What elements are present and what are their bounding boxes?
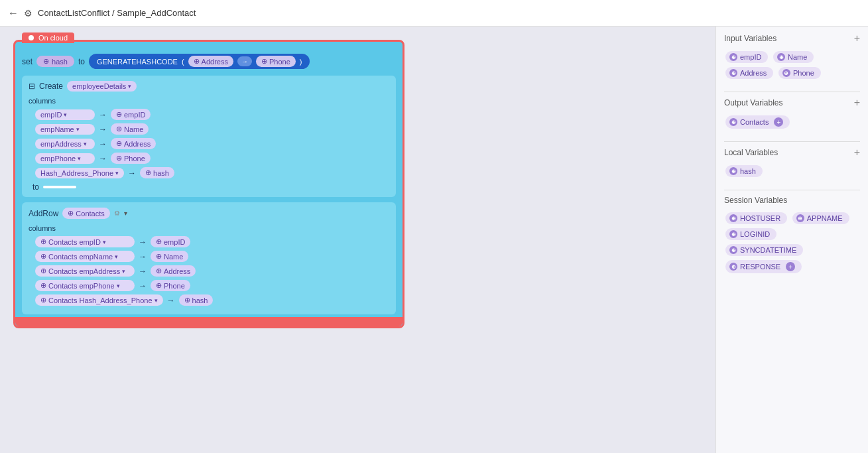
var-chip-appname-label: APPNAME	[807, 214, 843, 222]
create-val-chip-1[interactable]: ⊕ Name	[111, 123, 149, 135]
addrow-col-chip-1[interactable]: ⊕ Contacts empName ▾	[35, 251, 135, 262]
addrow-col-chip-2[interactable]: ⊕ Contacts empAddress ▾	[35, 265, 135, 277]
addrow-row-3: ⊕ Contacts empPhone ▾ → ⊕ Phone	[29, 280, 389, 291]
create-col-label-2: empAddress	[40, 140, 82, 148]
var-chip-address[interactable]: ⊕ Address	[725, 67, 773, 79]
var-chip-empid[interactable]: ⊕ empID	[725, 51, 768, 63]
phone-icon: ⊕	[261, 57, 267, 66]
addrow-col-icon-4: ⊕	[40, 296, 46, 304]
var-chip-contacts[interactable]: ⊕ Contacts +	[725, 115, 790, 129]
arrow-chip: →	[237, 56, 252, 66]
create-val-chip-0[interactable]: ⊕ empID	[111, 109, 151, 120]
gear-icon[interactable]: ⚙	[24, 8, 32, 19]
var-chip-hash[interactable]: ⊕ hash	[725, 165, 763, 177]
var-chip-response-plus[interactable]: +	[786, 262, 795, 271]
val-icon-0: ⊕	[116, 110, 122, 119]
create-block: ⊟ Create employeeDetails ▾ columns empID…	[22, 76, 396, 197]
addrow-arrow-4: →	[167, 296, 175, 305]
output-variables-section: Output Variables + ⊕ Contacts +	[724, 97, 860, 131]
addrow-val-chip-2[interactable]: ⊕ Address	[151, 265, 196, 277]
create-col-chip-0[interactable]: empID ▾	[35, 109, 95, 120]
addrow-val-chip-1[interactable]: ⊕ Name	[151, 251, 188, 262]
arrow-3: →	[99, 154, 107, 163]
hash-chip[interactable]: ⊕ hash	[36, 56, 74, 67]
set-label: set	[22, 57, 32, 66]
create-col-label-3: empPhone	[40, 155, 76, 162]
addrow-arrow-2: →	[139, 267, 147, 276]
var-chip-response-label: RESPONSE	[740, 263, 780, 271]
create-col-chip-3[interactable]: empPhone ▾	[35, 153, 95, 164]
input-variables-add-button[interactable]: +	[854, 33, 860, 44]
phone-param-label: Phone	[269, 58, 290, 66]
local-variables-title: Local Variables	[724, 148, 778, 157]
to-label-2: to	[32, 182, 39, 192]
create-val-chip-2[interactable]: ⊕ Address	[111, 138, 156, 149]
val-icon-3: ⊕	[116, 154, 122, 162]
addrow-val-icon-0: ⊕	[156, 237, 162, 246]
var-chip-contacts-plus[interactable]: +	[774, 117, 783, 127]
addrow-val-chip-0[interactable]: ⊕ empID	[151, 236, 190, 247]
session-variables-title: Session Variables	[724, 196, 787, 205]
addrow-val-label-3: Phone	[164, 282, 185, 290]
addrow-col-label-0: Contacts empID	[48, 238, 101, 246]
session-variables-list: ⊕ HOSTUSER ⊕ APPNAME ⊕ LOGINID ⊕ SYNCDAT…	[724, 210, 860, 275]
var-chip-appname[interactable]: ⊕ APPNAME	[792, 212, 849, 224]
arrow-4: →	[128, 168, 136, 178]
create-row-1: empName ▾ → ⊕ Name	[29, 123, 389, 135]
addrow-col-chip-4[interactable]: ⊕ Contacts Hash_Address_Phone ▾	[35, 294, 163, 306]
create-val-chip-3[interactable]: ⊕ Phone	[111, 153, 151, 164]
output-variables-header: Output Variables +	[724, 97, 860, 108]
paren-close: )	[300, 58, 302, 66]
var-chip-loginid[interactable]: ⊕ LOGINID	[725, 228, 776, 240]
right-panel: Input Variables + ⊕ empID ⊕ Name ⊕ Addre…	[715, 27, 868, 453]
addrow-arrow-0: →	[139, 237, 147, 247]
var-chip-hostuser-icon: ⊕	[729, 214, 737, 222]
addrow-val-icon-3: ⊕	[156, 281, 162, 290]
divider-2	[724, 141, 860, 142]
var-chip-appname-icon: ⊕	[796, 214, 804, 222]
create-val-chip-4[interactable]: ⊕ hash	[140, 167, 174, 178]
var-chip-syncdatetime[interactable]: ⊕ SYNCDATETIME	[725, 244, 803, 256]
output-variables-add-button[interactable]: +	[854, 97, 860, 108]
addrow-col-chip-0[interactable]: ⊕ Contacts empID ▾	[35, 236, 135, 247]
create-col-chip-2[interactable]: empAddress ▾	[35, 139, 95, 149]
addrow-val-chip-4[interactable]: ⊕ hash	[179, 294, 214, 306]
addrow-col-chip-3[interactable]: ⊕ Contacts empPhone ▾	[35, 280, 135, 291]
to-box[interactable]	[43, 186, 76, 188]
emp-details-chip[interactable]: employeeDetails ▾	[67, 81, 137, 92]
var-chip-hostuser-label: HOSTUSER	[740, 214, 780, 222]
var-chip-contacts-label: Contacts	[740, 118, 769, 126]
contacts-chip-icon: ⊕	[68, 209, 74, 218]
to-label: to	[78, 57, 85, 66]
addrow-val-label-0: empID	[164, 238, 185, 246]
addrow-val-chip-3[interactable]: ⊕ Phone	[151, 280, 190, 291]
var-chip-contacts-icon: ⊕	[729, 118, 737, 126]
contacts-chip[interactable]: ⊕ Contacts	[62, 208, 109, 219]
create-val-label-0: empID	[124, 111, 145, 119]
back-button[interactable]: ←	[8, 7, 19, 19]
output-variables-list: ⊕ Contacts +	[724, 113, 860, 131]
addrow-col-icon-2: ⊕	[40, 267, 46, 275]
topbar: ← ⚙ ContactListConflict / Sample_AddCont…	[0, 0, 868, 27]
var-chip-name-label: Name	[788, 53, 807, 61]
contacts-gear-icon[interactable]: ⚙	[114, 210, 120, 217]
create-val-label-3: Phone	[124, 155, 145, 162]
var-chip-address-label: Address	[740, 69, 767, 77]
set-row: set ⊕ hash to GENERATEHASHCODE ( ⊕ Addre…	[22, 54, 396, 69]
create-col-chip-1[interactable]: empName ▾	[35, 124, 95, 135]
addr-param-chip[interactable]: ⊕ Address	[188, 56, 233, 67]
generatehash-bar[interactable]: GENERATEHASHCODE ( ⊕ Address → ⊕ Phone )	[89, 54, 310, 69]
var-chip-response[interactable]: ⊕ RESPONSE +	[725, 260, 802, 273]
phone-param-chip[interactable]: ⊕ Phone	[256, 56, 296, 67]
create-col-chip-4[interactable]: Hash_Address_Phone ▾	[35, 168, 124, 178]
addrow-col-label-1: Contacts empName	[48, 253, 113, 261]
local-variables-add-button[interactable]: +	[854, 147, 860, 158]
var-chip-hostuser[interactable]: ⊕ HOSTUSER	[725, 212, 787, 224]
contacts-caret[interactable]: ▾	[124, 210, 127, 217]
input-variables-section: Input Variables + ⊕ empID ⊕ Name ⊕ Addre…	[724, 33, 860, 81]
columns-label: columns	[29, 97, 389, 105]
var-chip-name[interactable]: ⊕ Name	[773, 51, 814, 63]
input-variables-header: Input Variables +	[724, 33, 860, 44]
var-chip-phone[interactable]: ⊕ Phone	[778, 67, 821, 79]
on-cloud-badge: On cloud	[22, 32, 74, 43]
